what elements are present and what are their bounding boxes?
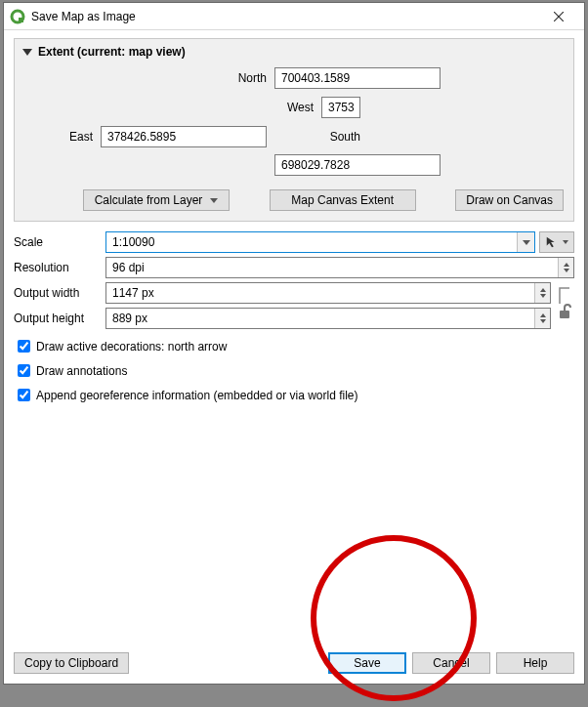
output-width-input[interactable] [106, 283, 534, 303]
svg-rect-4 [560, 311, 569, 318]
draw-annotations-checkbox[interactable]: Draw annotations [14, 361, 574, 380]
checkbox-group: Draw active decorations: north arrow Dra… [14, 337, 574, 404]
cancel-label: Cancel [433, 656, 469, 670]
map-canvas-extent-button[interactable]: Map Canvas Extent [270, 189, 416, 211]
east-label: East [54, 130, 93, 144]
output-height-input[interactable] [106, 309, 534, 328]
qgis-icon [10, 9, 25, 24]
resolution-spin-buttons[interactable] [558, 258, 573, 277]
output-width-label: Output width [14, 286, 102, 300]
output-height-label: Output height [14, 312, 102, 325]
extent-header-label: Extent (current: map view) [38, 45, 186, 59]
save-label: Save [354, 656, 380, 670]
calculate-from-layer-button[interactable]: Calculate from Layer [83, 189, 230, 211]
extent-groupbox: Extent (current: map view) North West Ea… [14, 38, 574, 222]
scale-input[interactable] [106, 232, 517, 252]
resolution-input[interactable] [106, 258, 558, 277]
map-canvas-extent-label: Map Canvas Extent [291, 193, 394, 207]
close-button[interactable] [539, 3, 578, 30]
append-georef-checkbox[interactable]: Append georeference information (embedde… [14, 386, 574, 404]
scale-presets-button[interactable] [539, 231, 574, 253]
close-icon [554, 12, 564, 21]
window-title: Save Map as Image [31, 10, 539, 23]
dialog-footer: Copy to Clipboard Save Cancel Help [14, 646, 574, 674]
lock-open-icon [557, 303, 572, 320]
cursor-icon [545, 235, 559, 249]
south-label: South [321, 130, 360, 144]
output-width-spin-buttons[interactable] [534, 283, 550, 303]
east-input[interactable] [101, 126, 267, 147]
help-button[interactable]: Help [496, 652, 574, 674]
copy-to-clipboard-label: Copy to Clipboard [24, 656, 118, 670]
resolution-spinbox[interactable] [105, 257, 574, 278]
draw-decorations-label: Draw active decorations: north arrow [36, 340, 227, 354]
west-label: West [274, 101, 314, 114]
extent-fields: North West East South [22, 66, 566, 182]
save-button[interactable]: Save [328, 652, 406, 674]
svg-rect-1 [19, 18, 23, 22]
draw-annotations-label: Draw annotations [36, 364, 127, 378]
west-input[interactable] [321, 97, 360, 118]
copy-to-clipboard-button[interactable]: Copy to Clipboard [14, 652, 129, 674]
north-label: North [101, 71, 267, 85]
output-height-spin-buttons[interactable] [534, 309, 550, 328]
append-georef-input[interactable] [18, 389, 30, 401]
calculate-from-layer-label: Calculate from Layer [95, 193, 203, 207]
draw-on-canvas-label: Draw on Canvas [466, 193, 553, 207]
resolution-label: Resolution [14, 261, 102, 274]
lock-aspect-button[interactable] [555, 294, 574, 329]
scale-combo[interactable] [105, 231, 535, 253]
append-georef-label: Append georeference information (embedde… [36, 389, 358, 402]
dialog-window: Save Map as Image Extent (current: map v… [3, 2, 585, 685]
draw-on-canvas-button[interactable]: Draw on Canvas [455, 189, 564, 211]
dialog-body: Extent (current: map view) North West Ea… [4, 30, 584, 684]
south-input[interactable] [274, 154, 441, 176]
cancel-button[interactable]: Cancel [412, 652, 490, 674]
extent-buttons: Calculate from Layer Map Canvas Extent D… [22, 189, 566, 211]
scale-dropdown-button[interactable] [517, 232, 534, 252]
scale-label: Scale [14, 235, 102, 249]
output-width-spinbox[interactable] [105, 282, 551, 304]
draw-annotations-input[interactable] [18, 364, 30, 377]
form-rows: Scale Resolution [14, 231, 574, 329]
north-input[interactable] [274, 67, 441, 89]
chevron-down-icon [523, 240, 530, 245]
output-height-spinbox[interactable] [105, 308, 551, 329]
help-label: Help [524, 656, 548, 670]
draw-decorations-checkbox[interactable]: Draw active decorations: north arrow [14, 337, 574, 355]
titlebar: Save Map as Image [4, 3, 584, 30]
extent-header[interactable]: Extent (current: map view) [22, 45, 566, 59]
draw-decorations-input[interactable] [18, 340, 30, 353]
chevron-down-icon [22, 49, 32, 56]
